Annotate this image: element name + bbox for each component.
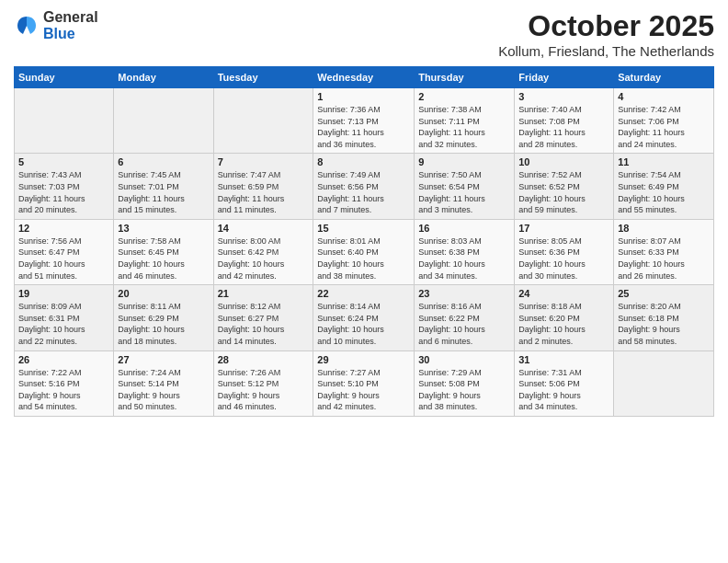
day-info: Sunrise: 7:49 AM Sunset: 6:56 PM Dayligh… xyxy=(317,169,410,215)
day-info: Sunrise: 8:12 AM Sunset: 6:27 PM Dayligh… xyxy=(218,301,310,347)
header-saturday: Saturday xyxy=(614,67,714,88)
header-wednesday: Wednesday xyxy=(313,67,415,88)
header-thursday: Thursday xyxy=(415,67,515,88)
day-info: Sunrise: 7:40 AM Sunset: 7:08 PM Dayligh… xyxy=(518,104,609,150)
calendar-cell: 17Sunrise: 8:05 AM Sunset: 6:36 PM Dayli… xyxy=(515,219,614,284)
day-number: 11 xyxy=(618,156,710,167)
day-number: 15 xyxy=(317,223,410,234)
calendar-week-4: 26Sunrise: 7:22 AM Sunset: 5:16 PM Dayli… xyxy=(15,350,714,416)
header: General Blue October 2025 Kollum, Friesl… xyxy=(14,9,714,59)
calendar-week-1: 5Sunrise: 7:43 AM Sunset: 7:03 PM Daylig… xyxy=(15,154,714,219)
day-info: Sunrise: 8:00 AM Sunset: 6:42 PM Dayligh… xyxy=(218,236,310,282)
calendar-title: October 2025 xyxy=(498,9,714,43)
day-info: Sunrise: 7:54 AM Sunset: 6:49 PM Dayligh… xyxy=(618,169,710,215)
calendar-cell: 22Sunrise: 8:14 AM Sunset: 6:24 PM Dayli… xyxy=(313,285,415,350)
calendar-cell: 25Sunrise: 8:20 AM Sunset: 6:18 PM Dayli… xyxy=(614,285,714,350)
day-info: Sunrise: 8:07 AM Sunset: 6:33 PM Dayligh… xyxy=(618,236,710,282)
day-info: Sunrise: 7:45 AM Sunset: 7:01 PM Dayligh… xyxy=(118,169,209,215)
header-sunday: Sunday xyxy=(15,67,114,88)
day-number: 30 xyxy=(418,354,510,365)
logo-general-text: General xyxy=(43,9,98,25)
day-number: 18 xyxy=(618,223,710,234)
day-number: 27 xyxy=(118,354,209,365)
day-number: 9 xyxy=(418,156,510,167)
calendar-cell: 23Sunrise: 8:16 AM Sunset: 6:22 PM Dayli… xyxy=(415,285,515,350)
calendar-cell: 7Sunrise: 7:47 AM Sunset: 6:59 PM Daylig… xyxy=(213,154,313,219)
day-number: 8 xyxy=(317,156,410,167)
day-number: 13 xyxy=(118,223,209,234)
day-info: Sunrise: 8:09 AM Sunset: 6:31 PM Dayligh… xyxy=(18,301,109,347)
day-info: Sunrise: 7:56 AM Sunset: 6:47 PM Dayligh… xyxy=(18,236,109,282)
day-info: Sunrise: 7:29 AM Sunset: 5:08 PM Dayligh… xyxy=(418,367,510,413)
logo: General Blue xyxy=(14,9,98,41)
calendar-subtitle: Kollum, Friesland, The Netherlands xyxy=(498,43,714,59)
calendar-table: Sunday Monday Tuesday Wednesday Thursday… xyxy=(14,66,714,417)
calendar-cell: 30Sunrise: 7:29 AM Sunset: 5:08 PM Dayli… xyxy=(415,350,515,416)
day-number: 7 xyxy=(218,156,310,167)
calendar-cell: 3Sunrise: 7:40 AM Sunset: 7:08 PM Daylig… xyxy=(515,88,614,154)
day-number: 1 xyxy=(317,91,410,102)
calendar-cell: 9Sunrise: 7:50 AM Sunset: 6:54 PM Daylig… xyxy=(415,154,515,219)
calendar-cell: 14Sunrise: 8:00 AM Sunset: 6:42 PM Dayli… xyxy=(213,219,313,284)
calendar-cell: 24Sunrise: 8:18 AM Sunset: 6:20 PM Dayli… xyxy=(515,285,614,350)
day-info: Sunrise: 7:26 AM Sunset: 5:12 PM Dayligh… xyxy=(218,367,310,413)
calendar-cell: 8Sunrise: 7:49 AM Sunset: 6:56 PM Daylig… xyxy=(313,154,415,219)
day-info: Sunrise: 7:52 AM Sunset: 6:52 PM Dayligh… xyxy=(518,169,609,215)
calendar-cell xyxy=(15,88,114,154)
day-number: 23 xyxy=(418,288,510,299)
day-number: 28 xyxy=(218,354,310,365)
calendar-cell: 13Sunrise: 7:58 AM Sunset: 6:45 PM Dayli… xyxy=(114,219,213,284)
day-number: 6 xyxy=(118,156,209,167)
day-number: 12 xyxy=(18,223,109,234)
day-number: 16 xyxy=(418,223,510,234)
calendar-cell: 20Sunrise: 8:11 AM Sunset: 6:29 PM Dayli… xyxy=(114,285,213,350)
day-info: Sunrise: 7:38 AM Sunset: 7:11 PM Dayligh… xyxy=(418,104,510,150)
day-info: Sunrise: 7:42 AM Sunset: 7:06 PM Dayligh… xyxy=(618,104,710,150)
day-number: 2 xyxy=(418,91,510,102)
day-number: 19 xyxy=(18,288,109,299)
calendar-cell: 19Sunrise: 8:09 AM Sunset: 6:31 PM Dayli… xyxy=(15,285,114,350)
title-block: October 2025 Kollum, Friesland, The Neth… xyxy=(498,9,714,59)
day-info: Sunrise: 7:22 AM Sunset: 5:16 PM Dayligh… xyxy=(18,367,109,413)
calendar-cell: 10Sunrise: 7:52 AM Sunset: 6:52 PM Dayli… xyxy=(515,154,614,219)
calendar-cell: 28Sunrise: 7:26 AM Sunset: 5:12 PM Dayli… xyxy=(213,350,313,416)
day-info: Sunrise: 7:31 AM Sunset: 5:06 PM Dayligh… xyxy=(518,367,609,413)
calendar-cell xyxy=(614,350,714,416)
day-info: Sunrise: 7:36 AM Sunset: 7:13 PM Dayligh… xyxy=(317,104,410,150)
calendar-cell: 5Sunrise: 7:43 AM Sunset: 7:03 PM Daylig… xyxy=(15,154,114,219)
calendar-cell: 18Sunrise: 8:07 AM Sunset: 6:33 PM Dayli… xyxy=(614,219,714,284)
calendar-cell: 12Sunrise: 7:56 AM Sunset: 6:47 PM Dayli… xyxy=(15,219,114,284)
calendar-week-3: 19Sunrise: 8:09 AM Sunset: 6:31 PM Dayli… xyxy=(15,285,714,350)
day-info: Sunrise: 7:47 AM Sunset: 6:59 PM Dayligh… xyxy=(218,169,310,215)
day-info: Sunrise: 7:27 AM Sunset: 5:10 PM Dayligh… xyxy=(317,367,410,413)
logo-icon xyxy=(14,13,40,39)
header-friday: Friday xyxy=(515,67,614,88)
day-info: Sunrise: 7:58 AM Sunset: 6:45 PM Dayligh… xyxy=(118,236,209,282)
calendar-week-2: 12Sunrise: 7:56 AM Sunset: 6:47 PM Dayli… xyxy=(15,219,714,284)
day-number: 26 xyxy=(18,354,109,365)
calendar-cell: 11Sunrise: 7:54 AM Sunset: 6:49 PM Dayli… xyxy=(614,154,714,219)
day-number: 14 xyxy=(218,223,310,234)
day-info: Sunrise: 8:20 AM Sunset: 6:18 PM Dayligh… xyxy=(618,301,710,347)
calendar-cell xyxy=(213,88,313,154)
calendar-cell: 16Sunrise: 8:03 AM Sunset: 6:38 PM Dayli… xyxy=(415,219,515,284)
day-number: 5 xyxy=(18,156,109,167)
header-tuesday: Tuesday xyxy=(213,67,313,88)
day-number: 24 xyxy=(518,288,609,299)
day-number: 4 xyxy=(618,91,710,102)
calendar-cell: 1Sunrise: 7:36 AM Sunset: 7:13 PM Daylig… xyxy=(313,88,415,154)
day-number: 22 xyxy=(317,288,410,299)
day-number: 29 xyxy=(317,354,410,365)
header-monday: Monday xyxy=(114,67,213,88)
day-number: 21 xyxy=(218,288,310,299)
day-info: Sunrise: 7:50 AM Sunset: 6:54 PM Dayligh… xyxy=(418,169,510,215)
calendar-cell: 21Sunrise: 8:12 AM Sunset: 6:27 PM Dayli… xyxy=(213,285,313,350)
day-number: 17 xyxy=(518,223,609,234)
calendar-cell: 31Sunrise: 7:31 AM Sunset: 5:06 PM Dayli… xyxy=(515,350,614,416)
calendar-cell: 27Sunrise: 7:24 AM Sunset: 5:14 PM Dayli… xyxy=(114,350,213,416)
day-info: Sunrise: 8:11 AM Sunset: 6:29 PM Dayligh… xyxy=(118,301,209,347)
calendar-cell xyxy=(114,88,213,154)
calendar-cell: 15Sunrise: 8:01 AM Sunset: 6:40 PM Dayli… xyxy=(313,219,415,284)
calendar-cell: 2Sunrise: 7:38 AM Sunset: 7:11 PM Daylig… xyxy=(415,88,515,154)
day-info: Sunrise: 8:16 AM Sunset: 6:22 PM Dayligh… xyxy=(418,301,510,347)
